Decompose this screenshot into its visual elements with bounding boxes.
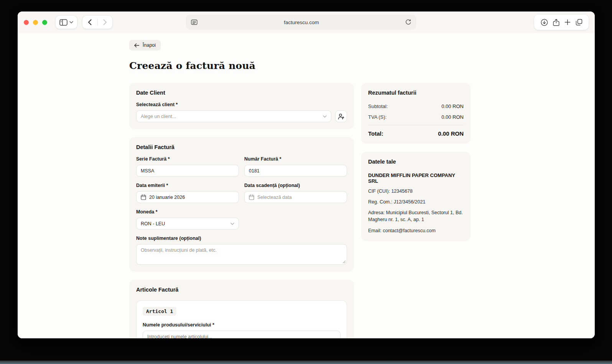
item-badge: Articol 1 [143, 307, 176, 316]
moneda-select[interactable]: RON - LEU [136, 218, 239, 230]
close-window-button[interactable] [24, 20, 29, 25]
back-icon [88, 19, 92, 25]
items-card: Articole Factură Articol 1 Numele produs… [129, 280, 354, 338]
navigation-buttons [82, 16, 112, 29]
chevron-down-icon [323, 115, 327, 118]
client-select[interactable]: Alege un client... [136, 110, 331, 122]
summary-card-heading: Rezumatul facturii [368, 90, 464, 96]
summary-subtotal-row: Subtotal: 0.00 RON [368, 103, 464, 109]
subtotal-label: Subtotal: [368, 103, 388, 109]
company-email: Email: contact@facturescu.com [368, 227, 464, 234]
company-address: Adresa: Municipiul Bucuresti, Sectorul 1… [368, 209, 464, 223]
company-cif: CIF (CUI): 12345678 [368, 188, 464, 195]
zoom-window-button[interactable] [42, 20, 47, 25]
back-arrow-icon [134, 43, 139, 48]
summary-tva-row: TVA (S): 0.00 RON [368, 114, 464, 120]
chevron-down-icon [69, 21, 73, 23]
desktop-edge [0, 361, 612, 364]
note-textarea[interactable] [136, 244, 347, 265]
client-select-label: Selectează client * [136, 102, 347, 107]
subtotal-value: 0.00 RON [441, 103, 464, 109]
chevron-down-icon [230, 223, 234, 225]
moneda-value: RON - LEU [141, 221, 165, 226]
tva-value: 0.00 RON [441, 114, 464, 120]
reader-icon[interactable] [191, 20, 197, 25]
reload-icon[interactable] [405, 19, 411, 25]
add-client-button[interactable] [335, 110, 347, 122]
numar-input[interactable] [244, 165, 347, 177]
company-card-heading: Datele tale [368, 159, 464, 165]
address-bar[interactable]: facturescu.com [186, 15, 416, 30]
item-name-input[interactable] [143, 331, 341, 338]
client-card: Date Client Selectează client * Alege un… [129, 83, 354, 129]
summary-card: Rezumatul facturii Subtotal: 0.00 RON TV… [361, 83, 471, 144]
back-button[interactable] [82, 16, 97, 29]
total-value: 0.00 RON [438, 130, 464, 137]
browser-toolbar: facturescu.com [18, 11, 595, 33]
page-back-label: Înapoi [143, 43, 156, 48]
url-text[interactable]: facturescu.com [197, 20, 405, 25]
sidebar-toggle-button[interactable] [56, 16, 77, 29]
new-tab-button[interactable] [564, 19, 571, 25]
moneda-label: Moneda * [136, 209, 347, 215]
item-name-label: Numele produsului/serviciului * [143, 322, 341, 328]
emitere-date-input[interactable]: 20 ianuarie 2026 [136, 191, 239, 203]
resize-handle-icon[interactable] [342, 260, 346, 264]
items-card-heading: Articole Factură [136, 287, 347, 293]
scadenta-label: Data scadență (opțional) [244, 183, 347, 188]
scadenta-date-placeholder: Selectează data [257, 195, 292, 200]
company-card: Datele tale DUNDER MIFFLIN PAPER COMPANY… [361, 152, 471, 241]
downloads-button[interactable] [541, 19, 548, 26]
details-card-heading: Detalii Factură [136, 144, 347, 150]
add-client-icon [338, 113, 344, 120]
client-select-placeholder: Alege un client... [141, 114, 176, 119]
tva-label: TVA (S): [368, 114, 387, 120]
forward-button[interactable] [98, 16, 113, 29]
serie-input[interactable] [136, 165, 239, 177]
item-row: Articol 1 Numele produsului/serviciului … [136, 300, 347, 338]
tabs-overview-button[interactable] [576, 19, 582, 26]
note-label: Note suplimentare (opțional) [136, 236, 347, 241]
page-back-button[interactable]: Înapoi [129, 40, 161, 51]
details-card: Detalii Factură Serie Factură * Număr Fa… [129, 137, 354, 272]
scadenta-date-input[interactable]: Selectează data [244, 191, 347, 203]
numar-label: Număr Factură * [244, 156, 347, 162]
serie-label: Serie Factură * [136, 156, 239, 162]
forward-icon [103, 19, 107, 25]
emitere-label: Data emiterii * [136, 183, 239, 188]
toolbar-actions [534, 15, 589, 30]
page-content: Înapoi Creează o factură nouă Date Clien… [18, 33, 595, 338]
page-title: Creează o factură nouă [129, 60, 595, 71]
browser-window: facturescu.com [18, 11, 595, 338]
calendar-icon [141, 194, 146, 200]
minimize-window-button[interactable] [33, 20, 38, 25]
traffic-lights [24, 20, 47, 25]
summary-total-row: Total: 0.00 RON [368, 125, 464, 137]
total-label: Total: [368, 130, 383, 137]
emitere-date-value: 20 ianuarie 2026 [149, 195, 185, 200]
share-button[interactable] [553, 19, 559, 26]
company-reg: Reg. Com.: J12/3456/2021 [368, 198, 464, 205]
company-name: DUNDER MIFFLIN PAPER COMPANY SRL [368, 172, 464, 184]
client-card-heading: Date Client [136, 90, 347, 96]
sidebar-icon [59, 19, 67, 26]
calendar-icon [249, 194, 254, 200]
